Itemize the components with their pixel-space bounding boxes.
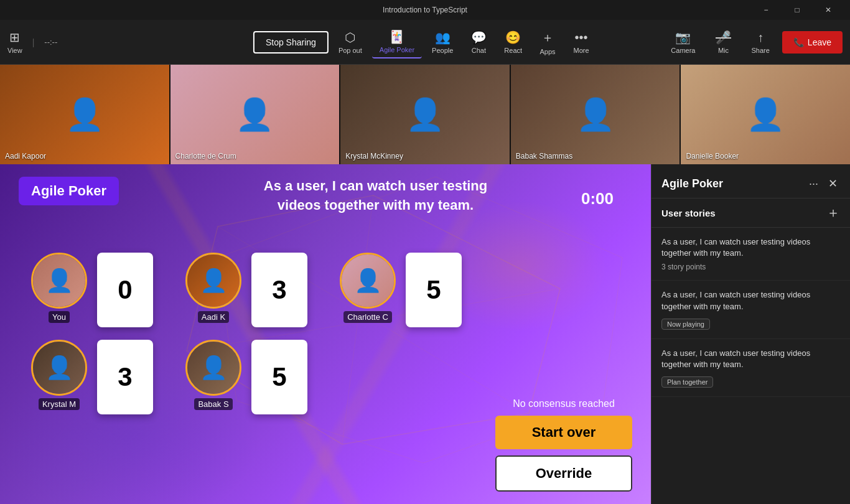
story-text-3: As a user, I can watch user testing vide… (661, 348, 840, 370)
avatar-charlotte: 👤 (340, 253, 396, 309)
agile-poker-button[interactable]: 🃏 Agile Poker (372, 26, 422, 58)
toolbar: ⊞ View | --:-- Stop Sharing ⬡ Pop out 🃏 … (0, 20, 850, 65)
toolbar-left: ⊞ View | --:-- (7, 30, 57, 54)
sidebar-title: Agile Poker (661, 177, 723, 190)
player-charlotte: 👤 Charlotte C (340, 253, 396, 323)
people-button[interactable]: 👥 People (424, 26, 460, 58)
player-name-aadi: Aadi K (198, 311, 229, 323)
participant-name-charlotte: Charlotte de Crum (175, 152, 236, 161)
stop-sharing-button[interactable]: Stop Sharing (253, 31, 329, 54)
avatar-you: 👤 (31, 253, 87, 309)
player-krystal: 👤 Krystal M (31, 340, 87, 410)
agile-poker-icon: 🃏 (389, 29, 404, 44)
sidebar-header-actions: ··· ✕ (806, 174, 840, 193)
video-tile-babak: 👤 Babak Shammas (511, 65, 680, 164)
camera-icon: 📷 (675, 30, 691, 45)
sidebar-more-button[interactable]: ··· (806, 175, 821, 193)
chat-button[interactable]: 💬 Chat (463, 26, 494, 58)
game-timer: 0:00 (581, 189, 614, 208)
start-over-button[interactable]: Start over (495, 416, 632, 449)
story-item-1[interactable]: As a user, I can watch user testing vide… (652, 228, 850, 281)
window-controls: − □ ✕ (752, 0, 843, 20)
title-bar: Introduction to TypeScript − □ ✕ (0, 0, 850, 20)
participant-name-babak: Babak Shammas (516, 152, 572, 161)
people-icon: 👥 (435, 30, 451, 45)
react-icon: 😊 (505, 30, 521, 45)
sidebar-close-button[interactable]: ✕ (826, 174, 840, 193)
avatar-babak: 👤 (185, 340, 241, 396)
phone-icon: 📞 (793, 37, 804, 47)
player-you: 👤 You (31, 253, 87, 323)
story-text-2: As a user, I can watch user testing vide… (661, 289, 840, 312)
video-strip: 👤 Aadi Kapoor 👤 Charlotte de Crum 👤 Krys… (0, 65, 850, 164)
sidebar-header: Agile Poker ··· ✕ (652, 164, 850, 198)
minimize-button[interactable]: − (752, 0, 780, 20)
toolbar-center: Stop Sharing ⬡ Pop out 🃏 Agile Poker 👥 P… (253, 26, 597, 59)
override-button[interactable]: Override (495, 455, 632, 492)
story-list: As a user, I can watch user testing vide… (652, 228, 850, 504)
story-badge-2: Now playing (661, 319, 710, 330)
story-badge-3: Plan together (661, 376, 713, 388)
video-tile-charlotte: 👤 Charlotte de Crum (170, 65, 340, 164)
apps-button[interactable]: ＋ Apps (532, 26, 563, 59)
pop-out-button[interactable]: ⬡ Pop out (331, 26, 370, 58)
player-aadi: 👤 Aadi K (185, 253, 241, 323)
toolbar-right: 📷 Camera 🎤 Mic ↑ Share 📞 Leave (663, 26, 843, 58)
mic-button[interactable]: 🎤 Mic (708, 26, 739, 58)
react-button[interactable]: 😊 React (497, 26, 530, 58)
close-button[interactable]: ✕ (814, 0, 843, 20)
maximize-button[interactable]: □ (783, 0, 811, 20)
camera-button[interactable]: 📷 Camera (663, 26, 703, 58)
player-card-krystal: 3 (97, 340, 153, 414)
video-tile-krystal: 👤 Krystal McKinney (340, 65, 510, 164)
avatar-aadi: 👤 (185, 253, 241, 309)
player-name-charlotte: Charlotte C (343, 311, 392, 323)
user-stories-label: User stories (661, 208, 716, 218)
player-babak: 👤 Babak S (185, 340, 241, 410)
player-card-charlotte: 5 (406, 253, 462, 327)
story-item-2[interactable]: As a user, I can watch user testing vide… (652, 281, 850, 338)
player-card-babak: 5 (251, 340, 307, 414)
participant-name-krystal: Krystal McKinney (345, 152, 403, 161)
story-item-3[interactable]: As a user, I can watch user testing vide… (652, 339, 850, 397)
video-tile-danielle: 👤 Danielle Booker (681, 65, 850, 164)
view-button[interactable]: ⊞ View (7, 30, 22, 54)
apps-icon: ＋ (541, 29, 554, 46)
story-points-1: 3 story points (661, 263, 840, 271)
participant-name-danielle: Danielle Booker (686, 152, 739, 161)
player-name-babak: Babak S (194, 398, 232, 410)
share-button[interactable]: ↑ Share (744, 27, 777, 58)
story-title-display: As a user, I can watch user testingvideo… (131, 177, 620, 215)
grid-icon: ⊞ (9, 30, 20, 45)
add-story-button[interactable]: ＋ (826, 203, 840, 222)
mic-icon: 🎤 (716, 30, 731, 45)
video-tile-aadi: 👤 Aadi Kapoor (0, 65, 169, 164)
player-name-krystal: Krystal M (39, 398, 80, 410)
player-name-you: You (49, 311, 70, 323)
main-area: Agile Poker As a user, I can watch user … (0, 164, 850, 504)
player-card-aadi: 3 (251, 253, 307, 327)
avatar-krystal: 👤 (31, 340, 87, 396)
game-area: Agile Poker As a user, I can watch user … (0, 164, 651, 504)
chat-icon: 💬 (471, 30, 487, 45)
timer-display: --:-- (44, 37, 57, 47)
leave-button[interactable]: 📞 Leave (782, 31, 843, 54)
window-title: Introduction to TypeScript (383, 6, 467, 14)
sidebar: Agile Poker ··· ✕ User stories ＋ As a us… (651, 164, 850, 504)
popout-icon: ⬡ (345, 30, 355, 45)
game-title-label: Agile Poker (19, 177, 119, 205)
story-text-1: As a user, I can watch user testing vide… (661, 236, 840, 259)
user-stories-header: User stories ＋ (652, 198, 850, 228)
participant-name-aadi: Aadi Kapoor (5, 152, 46, 161)
more-icon: ••• (575, 30, 588, 45)
share-icon: ↑ (757, 30, 764, 45)
more-button[interactable]: ••• More (566, 27, 597, 58)
player-card-you: 0 (97, 253, 153, 327)
